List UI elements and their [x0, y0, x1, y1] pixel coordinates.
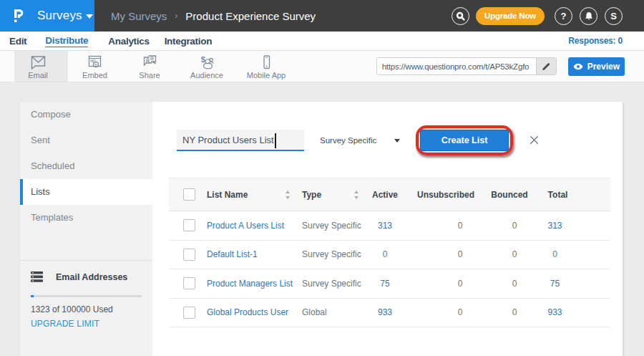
account-avatar[interactable]: S: [605, 7, 623, 25]
active-count-cell[interactable]: 313: [364, 211, 406, 241]
row-checkbox[interactable]: [183, 307, 195, 319]
search-icon: [456, 11, 465, 21]
distribute-toolbar: Email Embed Share: [0, 51, 644, 82]
create-list-annotation: Create List: [416, 125, 513, 155]
eye-icon: [573, 63, 583, 70]
lists-content: Survey Specific Create List List Name: [152, 102, 623, 356]
breadcrumb-my-surveys[interactable]: My Surveys: [111, 10, 167, 22]
quota-usage-text: 1323 of 100000 Used: [31, 304, 142, 314]
row-checkbox-cell: [169, 240, 202, 269]
list-name-link[interactable]: Product A Users List: [207, 221, 284, 231]
channel-email[interactable]: Email: [14, 51, 68, 82]
edit-url-button[interactable]: [536, 58, 556, 74]
upgrade-limit-link[interactable]: UPGRADE LIMIT: [31, 319, 99, 329]
active-count-cell[interactable]: 75: [364, 269, 406, 299]
channel-share[interactable]: Share: [122, 51, 177, 82]
breadcrumb-survey-title: Product Experience Survey: [185, 10, 316, 22]
row-checkbox[interactable]: [183, 249, 195, 261]
table-header-row: List Name Type Active Unsubscribed Bounc…: [169, 178, 610, 211]
top-bar: Surveys My Surveys › Product Experience …: [0, 0, 644, 32]
brand-caret-icon: [86, 14, 93, 19]
sort-icon[interactable]: [353, 191, 359, 199]
list-name-link[interactable]: Default List-1: [207, 249, 258, 259]
sidebar-item-sent[interactable]: Sent: [20, 128, 152, 153]
channel-audience-label: Audience: [190, 71, 223, 80]
create-list-button[interactable]: Create List: [420, 130, 509, 151]
bounced-count-cell: 0: [485, 240, 534, 269]
tab-integration[interactable]: Integration: [165, 36, 212, 47]
total-count-cell[interactable]: 933: [534, 298, 610, 327]
email-addresses-header: Email Addresses: [31, 271, 142, 282]
channel-mobile-app-label: Mobile App: [247, 71, 286, 80]
survey-url-input[interactable]: [377, 58, 536, 74]
email-addresses-icon: [31, 271, 43, 282]
preview-label: Preview: [587, 62, 620, 72]
total-count-cell[interactable]: 0: [534, 240, 610, 269]
row-checkbox[interactable]: [183, 277, 195, 289]
email-icon: [30, 55, 47, 69]
total-count-cell[interactable]: 313: [534, 211, 610, 241]
channel-embed-label: Embed: [82, 71, 107, 80]
sidebar-item-compose[interactable]: Compose: [20, 102, 152, 128]
list-name-input[interactable]: [177, 130, 304, 150]
sort-icon[interactable]: [285, 191, 291, 199]
list-type-cell: Survey Specific: [295, 211, 364, 241]
notifications-button[interactable]: [580, 7, 597, 25]
survey-tabs: Edit Distribute Analytics Integration Re…: [0, 32, 644, 51]
channel-mobile-app[interactable]: Mobile App: [236, 51, 296, 82]
questionpro-logo-icon: [14, 9, 24, 22]
preview-button[interactable]: Preview: [568, 57, 625, 76]
search-button[interactable]: [452, 7, 469, 25]
list-type-cell: Survey Specific: [295, 240, 364, 269]
email-lists-table: List Name Type Active Unsubscribed Bounc…: [169, 178, 610, 327]
sidebar-item-scheduled[interactable]: Scheduled: [20, 153, 152, 179]
tab-edit[interactable]: Edit: [9, 36, 26, 47]
list-name-link[interactable]: Global Products User: [207, 307, 288, 317]
topbar-actions: Upgrade Now ? S: [452, 0, 644, 32]
toolbar-right: Preview: [376, 51, 644, 82]
column-header-type[interactable]: Type: [295, 178, 364, 211]
quota-progress-fill: [31, 295, 34, 297]
select-all-checkbox[interactable]: [183, 188, 195, 201]
email-sidebar: Compose Sent Scheduled Lists Templates E…: [20, 102, 152, 356]
breadcrumb-separator-icon: ›: [175, 11, 177, 21]
main-card: Compose Sent Scheduled Lists Templates E…: [20, 102, 623, 356]
total-count-cell[interactable]: 75: [534, 269, 610, 299]
breadcrumb: My Surveys › Product Experience Survey: [94, 0, 316, 32]
unsubscribed-count-cell: 0: [406, 269, 485, 299]
responses-count[interactable]: Responses: 0: [568, 36, 623, 46]
tab-analytics[interactable]: Analytics: [108, 36, 149, 47]
table-row: Product A Users List Survey Specific 313…: [169, 211, 610, 241]
tab-distribute[interactable]: Distribute: [45, 35, 88, 47]
help-button[interactable]: ?: [555, 7, 572, 25]
unsubscribed-count-cell: 0: [406, 211, 485, 241]
header-checkbox-cell: [169, 178, 202, 211]
pencil-icon: [542, 62, 550, 71]
channel-audience[interactable]: $ Audience: [177, 51, 236, 82]
row-checkbox-cell: [169, 211, 202, 241]
email-addresses-title: Email Addresses: [56, 272, 127, 282]
table-row: Default List-1 Survey Specific 0 0 0 0: [169, 240, 610, 269]
column-header-list-name[interactable]: List Name: [202, 178, 295, 211]
brand-menu[interactable]: Surveys: [0, 0, 94, 32]
unsubscribed-count-cell: 0: [406, 240, 485, 269]
sidebar-item-templates[interactable]: Templates: [20, 205, 152, 231]
list-type-value: Survey Specific: [320, 136, 376, 145]
list-name-link[interactable]: Product Managers List: [207, 279, 293, 289]
unsubscribed-count-cell: 0: [406, 298, 485, 327]
channel-embed[interactable]: Embed: [68, 51, 122, 82]
close-icon: [530, 135, 539, 145]
row-checkbox[interactable]: [183, 219, 195, 231]
upgrade-now-button[interactable]: Upgrade Now: [476, 7, 545, 25]
mobile-app-icon: [258, 55, 275, 69]
list-name-field: [177, 130, 304, 151]
share-icon: [142, 55, 158, 69]
close-form-button[interactable]: [530, 135, 539, 144]
sidebar-item-lists[interactable]: Lists: [20, 179, 152, 205]
channel-share-label: Share: [139, 71, 160, 80]
active-count-cell[interactable]: 0: [364, 240, 406, 269]
column-header-unsubscribed: Unsubscribed: [406, 178, 485, 211]
active-count-cell[interactable]: 933: [364, 298, 406, 327]
brand-label: Surveys: [37, 9, 82, 23]
list-type-select[interactable]: Survey Specific: [320, 130, 400, 151]
